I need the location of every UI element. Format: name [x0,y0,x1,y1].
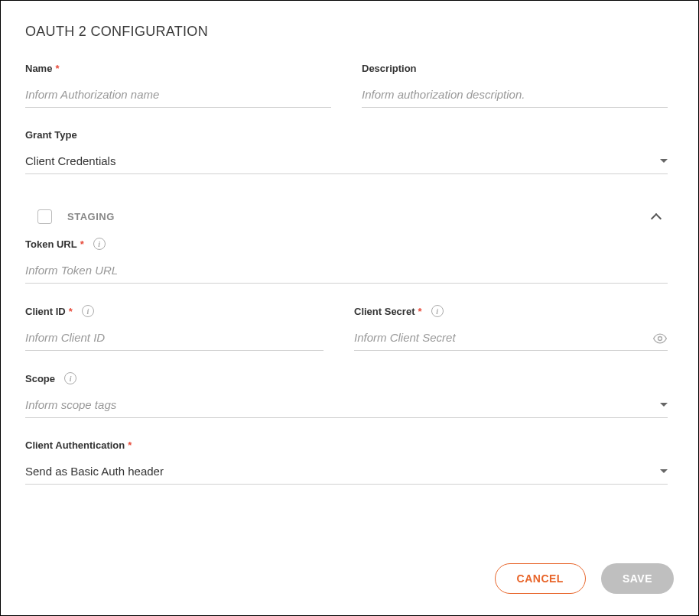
field-name: Name * [25,63,331,108]
scroll-area[interactable]: Name * Description Grant Type [25,63,674,545]
dropdown-icon [660,403,668,407]
staging-header-left: STAGING [37,209,115,224]
grant-type-label-text: Grant Type [25,129,77,141]
client-secret-label-text: Client Secret [354,306,415,317]
token-url-label-text: Token URL [25,238,77,250]
dialog-footer: CANCEL SAVE [1,545,698,615]
row-grant-type: Grant Type Client Credentials [25,129,668,174]
client-auth-label: Client Authentication * [25,439,668,451]
dropdown-icon [660,469,668,473]
scope-label: Scope [25,372,668,384]
staging-title: STAGING [67,211,115,222]
grant-type-value: Client Credentials [25,154,115,167]
oauth2-config-dialog: OAUTH 2 CONFIGURATION Name * Description [0,0,699,616]
info-icon[interactable] [82,305,94,317]
token-url-label: Token URL * [25,238,668,250]
required-asterisk: * [80,238,84,250]
scope-select[interactable]: Inform scope tags [25,394,668,418]
client-id-label: Client ID * [25,305,323,317]
required-asterisk: * [55,63,59,74]
row-client-id-secret: Client ID * Client Secret * [25,305,668,351]
required-asterisk: * [128,439,132,451]
info-icon[interactable] [93,238,106,250]
cancel-button[interactable]: CANCEL [495,563,586,594]
client-id-input[interactable] [25,326,323,351]
field-client-id: Client ID * [25,305,323,351]
row-token-url: Token URL * [25,238,668,284]
field-description: Description [362,63,668,108]
info-icon[interactable] [64,372,76,384]
row-client-auth: Client Authentication * Send as Basic Au… [25,439,668,485]
eye-icon[interactable] [652,331,668,346]
required-asterisk: * [418,306,421,317]
staging-section-header[interactable]: STAGING [25,196,668,238]
chevron-up-icon [651,212,662,223]
required-asterisk: * [69,306,73,317]
client-secret-wrap [354,326,668,351]
row-scope: Scope Inform scope tags [25,372,668,418]
description-label: Description [362,63,668,74]
dropdown-icon [660,159,668,163]
client-auth-label-text: Client Authentication [25,439,125,451]
field-grant-type: Grant Type Client Credentials [25,129,668,174]
name-label: Name * [25,63,331,74]
client-secret-label: Client Secret * [354,305,668,317]
field-client-secret: Client Secret * [354,305,668,351]
client-secret-input[interactable] [354,326,668,351]
field-scope: Scope Inform scope tags [25,372,668,418]
description-label-text: Description [362,63,417,74]
field-token-url: Token URL * [25,238,668,284]
dialog-title: OAUTH 2 CONFIGURATION [25,24,674,40]
svg-point-0 [658,337,662,341]
row-name-desc: Name * Description [25,63,668,108]
client-auth-select[interactable]: Send as Basic Auth header [25,460,668,485]
grant-type-select[interactable]: Client Credentials [25,150,668,174]
client-auth-value: Send as Basic Auth header [25,465,164,478]
field-client-auth: Client Authentication * Send as Basic Au… [25,439,668,485]
staging-checkbox[interactable] [37,209,52,224]
save-button[interactable]: SAVE [601,563,674,594]
name-input[interactable] [25,83,331,108]
scope-placeholder: Inform scope tags [25,398,116,411]
info-icon[interactable] [431,305,444,317]
name-label-text: Name [25,63,52,74]
description-input[interactable] [362,83,668,108]
dialog-body: OAUTH 2 CONFIGURATION Name * Description [1,1,698,545]
client-id-label-text: Client ID [25,306,66,317]
token-url-input[interactable] [25,259,668,284]
scope-label-text: Scope [25,373,55,384]
grant-type-label: Grant Type [25,129,668,141]
